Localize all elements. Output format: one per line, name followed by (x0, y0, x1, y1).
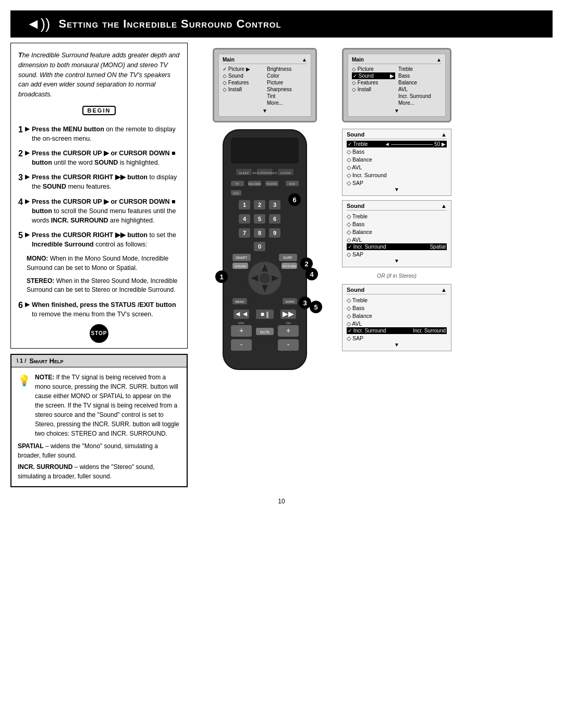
left-column: The Incredible Surround feature adds gre… (10, 43, 188, 487)
svg-text:◄◄: ◄◄ (234, 310, 249, 318)
svg-text:ACC: ACC (233, 192, 239, 195)
svg-text:0: 0 (258, 243, 261, 250)
smart-help-header: \ 1 / Smart Help (11, 355, 187, 367)
page-header: ◄)) Setting the Incredible Surround Cont… (10, 10, 553, 38)
bulb-icon: 💡 (18, 373, 31, 388)
step-1: 1 ▶ Press the MENU button on the remote … (18, 125, 180, 143)
incr-surround-desc: INCR. SURROUND – widens the "Stereo" sou… (18, 462, 180, 481)
svg-text:2: 2 (258, 202, 261, 208)
svg-text:CLOCK: CLOCK (280, 171, 291, 175)
svg-text:7: 7 (243, 230, 246, 236)
svg-text:9: 9 (273, 230, 276, 236)
svg-text:RECORD: RECORD (248, 182, 261, 186)
step-overlay-1: 1 (215, 270, 228, 283)
right-panels: Main ▲ ◇ Picture ✓ Sound▶ ◇ Features ◇ I… (342, 43, 451, 487)
svg-text:5: 5 (258, 216, 261, 222)
step-2: 2 ▶ Press the CURSOR UP ▶ or CUR­SOR DOW… (18, 149, 180, 167)
svg-text:SOUND: SOUND (235, 265, 246, 268)
sound-panel-2: Sound ▲ ◇ Treble ◇ Bass ◇ Balance ◇ AVL … (342, 200, 451, 267)
svg-text:CH: CH (286, 322, 291, 325)
smart-help-box: \ 1 / Smart Help 💡 NOTE: If the TV signa… (10, 354, 188, 487)
svg-text:ACH STATUS EX: ACH STATUS EX (253, 171, 277, 175)
or-label: OR (if in Stereo) (342, 273, 451, 279)
smart-help-title: Smart Help (29, 357, 63, 365)
step-overlay-6: 6 (288, 193, 301, 206)
page-title: Setting the Incredible Surround Control (58, 17, 281, 31)
svg-rect-1 (231, 138, 299, 164)
svg-text:-: - (287, 340, 290, 349)
stop-circle: STOP (90, 324, 108, 343)
svg-text:PICTURE: PICTURE (283, 265, 296, 268)
mono-desc: MONO: When in the Mono Sound Mode, Incre… (27, 254, 180, 273)
begin-badge: BEGIN (82, 106, 116, 115)
svg-text:4: 4 (243, 216, 247, 222)
step-5: 5 ▶ Press the CURSOR RIGHT ▶▶ button to … (18, 230, 180, 249)
svg-text:MENU: MENU (235, 300, 244, 303)
spatial-desc: SPATIAL – widens the "Mono" sound, simul… (18, 441, 180, 460)
svg-text:8: 8 (258, 230, 261, 236)
step-3: 3 ▶ Press the CURSOR RIGHT ▶▶ button to … (18, 172, 180, 191)
svg-text:VOL: VOL (238, 322, 245, 325)
stop-badge: STOP (18, 324, 180, 343)
svg-text:3: 3 (273, 202, 276, 208)
svg-text:■ ‖: ■ ‖ (261, 311, 270, 318)
svg-text:SLEEP: SLEEP (239, 171, 249, 175)
svg-text:SMART: SMART (236, 256, 248, 260)
smart-help-note: NOTE: If the TV signal is being received… (35, 373, 180, 438)
svg-text:6: 6 (273, 216, 276, 222)
svg-text:▶▶: ▶▶ (283, 310, 294, 318)
center-column: Main ▲ ✓ Picture ▶ ◇ Sound ◇ Features ◇ … (192, 43, 338, 487)
step-4: 4 ▶ Press the CURSOR UP ▶ or CURSOR DOWN… (18, 197, 180, 225)
intro-paragraph: The Incredible Surround feature adds gre… (18, 51, 180, 100)
svg-text:TV: TV (235, 182, 239, 186)
sound-panel-1: Sound ▲ ✓ Treble◄ ———————— 50 ▶ ◇ Bass ◇… (342, 129, 451, 196)
stereo-desc: STEREO: When in the Stereo Sound Mode, I… (27, 277, 180, 295)
svg-text:+: + (286, 326, 290, 335)
tv-screen-1: Main ▲ ✓ Picture ▶ ◇ Sound ◇ Features ◇ … (213, 48, 317, 122)
tv-screen-2: Main ▲ ◇ Picture ✓ Sound▶ ◇ Features ◇ I… (342, 48, 451, 122)
smart-help-content: 💡 NOTE: If the TV signal is being receiv… (11, 367, 187, 486)
instruction-box: The Incredible Surround feature adds gre… (10, 43, 188, 349)
remote-svg: SLEEP ACH STATUS EX CLOCK TV RECORD TV/V… (207, 125, 322, 375)
svg-text:MUTE: MUTE (260, 330, 270, 334)
svg-text:SURR: SURR (285, 300, 295, 303)
svg-text:TV/VCR: TV/VCR (266, 182, 277, 186)
page-number: 10 (0, 498, 563, 505)
svg-text:SURF: SURF (283, 256, 292, 260)
svg-text:1: 1 (243, 202, 246, 208)
step-overlay-5: 5 (310, 301, 322, 313)
svg-text:-: - (240, 340, 243, 349)
step-overlay-4: 4 (305, 268, 318, 280)
remote-control: SLEEP ACH STATUS EX CLOCK TV RECORD TV/V… (207, 125, 322, 375)
svg-text:+: + (239, 326, 243, 335)
sound-icon: ◄)) (26, 16, 50, 32)
sound-panel-3: Sound ▲ ◇ Treble ◇ Bass ◇ Balance ◇ AVL … (342, 284, 451, 351)
svg-text:VCR: VCR (289, 182, 295, 186)
svg-point-47 (260, 273, 270, 283)
step-6: 6 ▶ When finished, press the STATUS /EXI… (18, 300, 180, 319)
